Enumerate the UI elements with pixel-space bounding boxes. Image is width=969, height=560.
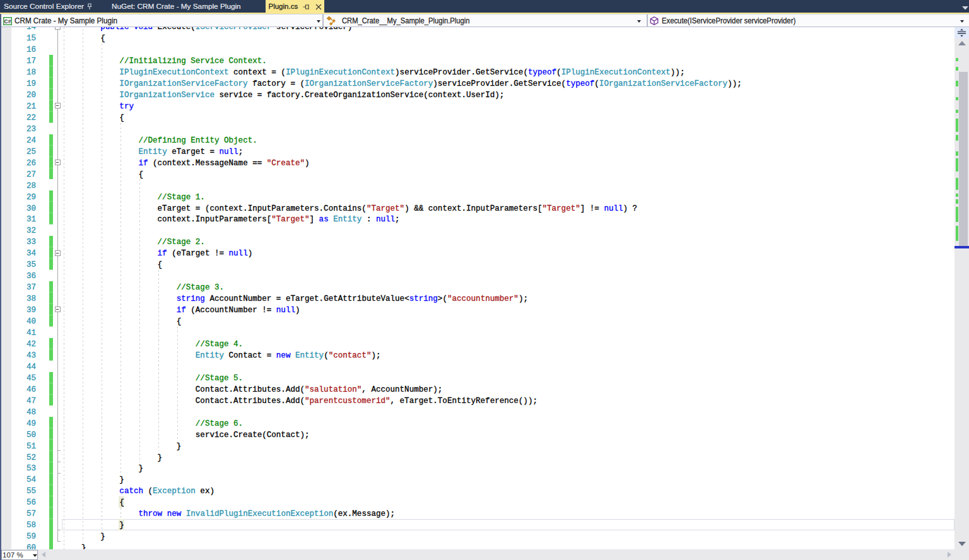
svg-text:C#: C#: [4, 18, 11, 24]
